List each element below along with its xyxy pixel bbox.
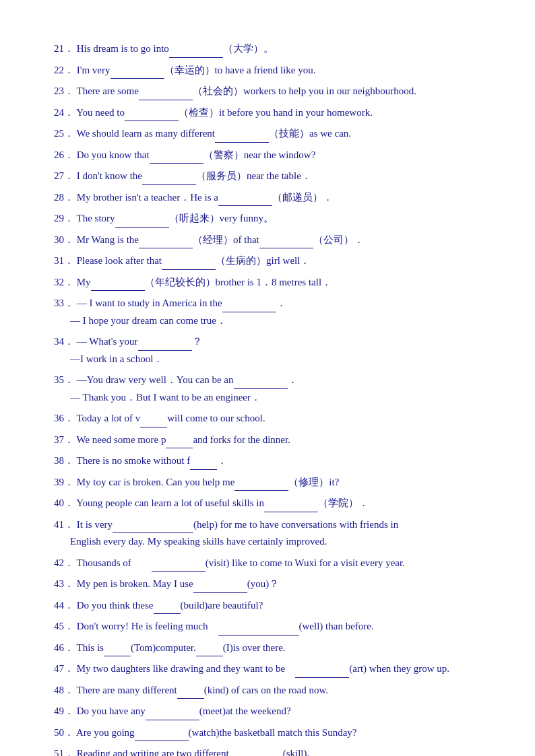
exercise-item-41: 41． It is very(help) for me to have conv… [54, 516, 488, 551]
exercise-item-28: 28． My brother isn't a teacher．He is a（邮… [54, 189, 488, 207]
exercise-item-36: 36． Today a lot of vwill come to our sch… [54, 410, 488, 427]
exercise-item-51: 51． Reading and writing are two differen… [54, 745, 488, 756]
exercise-item-37: 37． We need some more pand forks for the… [54, 432, 488, 449]
exercise-item-47: 47． My two daughters like drawing and th… [54, 660, 488, 678]
exercise-item-22: 22． I'm very（幸运的）to have a friend like y… [54, 62, 488, 79]
exercise-item-44: 44． Do you think these(build)are beautif… [54, 597, 488, 615]
exercise-item-50: 50． Are you going(watch)the basketball m… [54, 724, 488, 742]
exercise-item-25: 25． We should learn as many different（技能… [54, 125, 488, 143]
exercise-item-30: 30． Mr Wang is the（经理）of that（公司）． [54, 232, 488, 249]
exercise-item-24: 24． You need to（检查）it before you hand in… [54, 104, 488, 122]
exercise-item-23: 23． There are some（社会的）workers to help y… [54, 83, 488, 100]
exercise-item-33: 33． — I want to study in America in the．… [54, 295, 488, 329]
exercise-item-43: 43． My pen is broken. May I use(you)？ [54, 576, 488, 593]
exercise-item-40: 40． Young people can learn a lot of usef… [54, 495, 488, 512]
exercise-item-35: 35． —You draw very well．You can be an． —… [54, 372, 488, 406]
exercise-item-45: 45． Don't worry! He is feeling much (wel… [54, 618, 488, 635]
exercise-item-38: 38． There is no smoke without f． [54, 452, 488, 470]
exercise-item-32: 32． My（年纪较长的）brother is 1．8 metres tall． [54, 274, 488, 291]
exercise-item-31: 31． Please look after that（生病的）girl well… [54, 252, 488, 270]
exercise-item-27: 27． I don't know the（服务员）near the table． [54, 168, 488, 185]
exercise-item-21: 21． His dream is to go into（大学）。 [54, 40, 488, 58]
exercise-item-29: 29． The story（听起来）very funny。 [54, 210, 488, 228]
exercise-item-34: 34． — What's your？ —I work in a school． [54, 333, 488, 368]
exercise-item-46: 46． This is(Tom)computer.(I)is over ther… [54, 640, 488, 657]
exercise-item-49: 49． Do you have any(meet)at the weekend? [54, 703, 488, 720]
exercise-item-26: 26． Do you know that（警察）near the window? [54, 147, 488, 164]
exercise-item-42: 42． Thousands of (visit) like to come to… [54, 555, 488, 572]
exercise-item-39: 39． My toy car is broken. Can you help m… [54, 474, 488, 491]
exercise-list: 21． His dream is to go into（大学）。 22． I'm… [54, 40, 488, 756]
exercise-item-48: 48． There are many different(kind) of ca… [54, 682, 488, 699]
